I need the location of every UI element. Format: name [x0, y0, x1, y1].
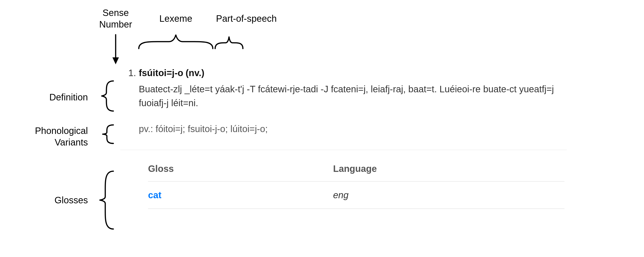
gloss-cell-gloss[interactable]: cat — [148, 188, 333, 202]
entry-head-row: 1. fsúitoi=j-o (nv.) — [120, 66, 567, 80]
gloss-header-gloss: Gloss — [148, 162, 333, 176]
gloss-table-header: Gloss Language — [148, 162, 564, 181]
lexeme-text: fsúitoi=j-o — [139, 66, 183, 80]
sense-number: 1. — [120, 66, 139, 80]
gloss-table: Gloss Language cat eng — [148, 162, 564, 209]
anno-definition: Definition — [28, 91, 88, 103]
anno-definition-text: Definition — [49, 92, 88, 102]
diagram-canvas: Sense Number Lexeme Part-of-speech Defin… — [0, 0, 644, 257]
brace-glosses — [100, 171, 113, 229]
pos-text: (nv.) — [186, 66, 204, 80]
anno-lexeme-text: Lexeme — [160, 14, 192, 24]
brace-pos — [215, 36, 243, 48]
phonological-variants-text: pv.: fóitoi=j; fsuitoi-j-o; lúitoi=j-o; — [139, 122, 567, 136]
arrow-sense-number — [112, 35, 119, 64]
gloss-table-rule-bottom — [148, 208, 564, 209]
brace-definition — [101, 81, 113, 111]
anno-pos-text: Part-of-speech — [216, 14, 277, 24]
brace-lexeme — [139, 35, 213, 48]
anno-sense-number-text: Sense Number — [99, 8, 132, 30]
anno-phon-var-text: Phonological Variants — [35, 126, 88, 147]
anno-glosses-text: Glosses — [54, 195, 88, 205]
divider — [120, 150, 567, 150]
dictionary-entry: 1. fsúitoi=j-o (nv.) Buatect-zlj _léte=t… — [120, 66, 567, 209]
brace-phon-var — [102, 125, 113, 144]
gloss-header-language: Language — [333, 162, 564, 176]
anno-pos: Part-of-speech — [208, 13, 284, 24]
gloss-cell-language: eng — [333, 188, 564, 202]
anno-phon-var: Phonological Variants — [23, 125, 88, 148]
gloss-table-row: cat eng — [148, 182, 564, 208]
anno-lexeme: Lexeme — [150, 13, 201, 24]
anno-sense-number: Sense Number — [88, 7, 144, 30]
anno-glosses: Glosses — [35, 194, 88, 206]
definition-text: Buatect-zlj _léte=t yáak-t'j -T fcátewi-… — [139, 82, 562, 110]
